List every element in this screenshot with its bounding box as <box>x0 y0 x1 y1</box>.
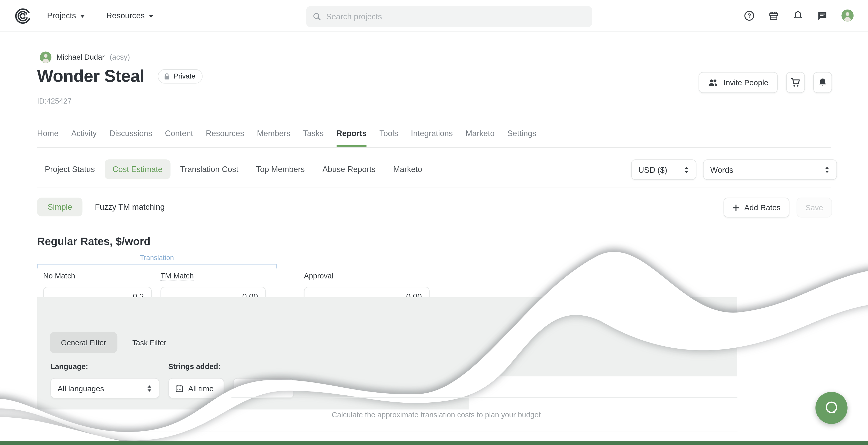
owner-handle: (acsy) <box>110 53 130 61</box>
navbar-icons: ? <box>744 0 854 31</box>
tab-members[interactable]: Members <box>257 129 290 147</box>
add-rates-button[interactable]: Add Rates <box>723 198 789 218</box>
task-filter-label: Task Filter <box>132 338 166 347</box>
svg-text:?: ? <box>747 12 751 19</box>
language-select-value: All languages <box>58 384 104 392</box>
tab-settings[interactable]: Settings <box>507 129 536 147</box>
tab-reports[interactable]: Reports <box>336 129 367 147</box>
project-tabs: Home Activity Discussions Content Resour… <box>37 129 536 147</box>
search-input[interactable] <box>326 12 586 21</box>
currency-select[interactable]: USD ($) <box>631 159 696 180</box>
invite-people-button[interactable]: Invite People <box>699 72 778 93</box>
mode-simple[interactable]: Simple <box>37 198 83 216</box>
user-avatar[interactable] <box>841 9 854 22</box>
footer-divider-bottom <box>134 432 738 432</box>
rates-heading: Regular Rates, $/word <box>37 235 151 248</box>
projects-menu-label: Projects <box>47 11 76 20</box>
tab-discussions[interactable]: Discussions <box>109 129 152 147</box>
help-icon[interactable]: ? <box>744 10 754 21</box>
chevron-down-icon <box>81 15 85 18</box>
tab-marketo[interactable]: Marketo <box>466 129 494 147</box>
unit-select-value: Words <box>710 165 733 174</box>
unit-select[interactable]: Words <box>703 159 837 180</box>
cart-icon <box>790 77 801 88</box>
subtabs-divider <box>37 188 831 188</box>
notifications-bell-icon[interactable] <box>793 10 803 21</box>
date-range-end-button[interactable] <box>233 378 294 399</box>
lock-icon <box>163 72 170 80</box>
calendar-filled-icon <box>240 384 249 392</box>
select-arrows-icon <box>684 166 689 173</box>
rates-mode-toggle: Simple Fuzzy TM matching <box>37 198 177 216</box>
chevron-down-icon <box>149 15 153 18</box>
save-button[interactable]: Save <box>797 198 832 218</box>
crowdin-logo-icon[interactable] <box>14 7 32 24</box>
tab-content[interactable]: Content <box>165 129 193 147</box>
resources-menu-label: Resources <box>106 11 145 20</box>
language-label: Language: <box>51 362 88 371</box>
mode-fuzzy-tm-matching[interactable]: Fuzzy TM matching <box>83 198 177 216</box>
privacy-badge: Private <box>158 69 203 84</box>
save-label: Save <box>805 203 823 212</box>
support-chat-button[interactable] <box>815 392 847 424</box>
messages-icon[interactable] <box>817 10 828 21</box>
translation-group-label: Translation <box>37 254 277 262</box>
strings-added-label: Strings added: <box>168 362 221 371</box>
project-id: ID:425427 <box>37 97 72 105</box>
search-bar[interactable] <box>306 6 592 27</box>
project-owner-row: Michael Dudar (acsy) <box>40 52 130 63</box>
resources-menu[interactable]: Resources <box>106 0 153 31</box>
subtab-abuse-reports[interactable]: Abuse Reports <box>315 159 383 179</box>
search-icon <box>313 12 321 21</box>
rates-actions: Add Rates Save <box>723 198 832 218</box>
bottom-green-bar <box>0 441 868 445</box>
top-navbar: Projects Resources ? <box>0 0 868 32</box>
date-range-value: All time <box>188 384 214 392</box>
chat-bubble-icon <box>822 399 841 417</box>
calendar-icon <box>175 384 184 392</box>
cart-button[interactable] <box>786 72 805 93</box>
date-range-button[interactable]: All time <box>168 378 224 399</box>
people-icon <box>708 78 719 87</box>
page-title: Wonder Steal <box>37 66 145 86</box>
owner-avatar[interactable] <box>40 52 52 63</box>
general-filter-label: General Filter <box>61 338 106 347</box>
tab-tasks[interactable]: Tasks <box>303 129 323 147</box>
gift-icon[interactable] <box>768 10 779 21</box>
header-actions: Invite People <box>699 72 832 93</box>
subtab-translation-cost[interactable]: Translation Cost <box>173 159 246 179</box>
wave-corner <box>0 417 199 445</box>
tabs-divider <box>37 147 831 148</box>
filters-panel: General Filter Task Filter Language: All… <box>37 297 738 410</box>
footer-divider-top <box>231 398 738 398</box>
tab-integrations[interactable]: Integrations <box>411 129 453 147</box>
projects-menu[interactable]: Projects <box>47 0 85 31</box>
currency-select-value: USD ($) <box>638 165 667 174</box>
page: Projects Resources ? <box>0 0 868 445</box>
invite-people-label: Invite People <box>723 78 768 87</box>
subtab-marketo[interactable]: Marketo <box>385 159 430 179</box>
no-match-label: No Match <box>43 272 75 280</box>
tab-activity[interactable]: Activity <box>71 129 97 147</box>
subtab-project-status[interactable]: Project Status <box>37 159 102 179</box>
language-select[interactable]: All languages <box>51 378 159 399</box>
subtab-top-members[interactable]: Top Members <box>248 159 312 179</box>
cost-estimate-hint: Calculate the approximate translation co… <box>224 411 649 419</box>
approval-label: Approval <box>304 272 333 280</box>
subtab-cost-estimate[interactable]: Cost Estimate <box>105 159 170 179</box>
add-rates-label: Add Rates <box>744 203 780 212</box>
task-filter-tab[interactable]: Task Filter <box>125 332 174 353</box>
tab-home[interactable]: Home <box>37 129 59 147</box>
select-arrows-icon <box>824 166 830 173</box>
project-notifications-button[interactable] <box>813 72 832 93</box>
general-filter-tab[interactable]: General Filter <box>50 332 117 353</box>
translation-group-bracket <box>37 264 277 268</box>
tab-resources[interactable]: Resources <box>206 129 244 147</box>
plus-icon <box>732 204 739 211</box>
tab-tools[interactable]: Tools <box>379 129 398 147</box>
report-subtabs: Project Status Cost Estimate Translation… <box>37 159 430 179</box>
privacy-badge-label: Private <box>174 72 195 80</box>
select-arrows-icon <box>147 384 152 392</box>
owner-name[interactable]: Michael Dudar <box>57 53 105 61</box>
project-title-row: Wonder Steal Private <box>37 66 203 86</box>
